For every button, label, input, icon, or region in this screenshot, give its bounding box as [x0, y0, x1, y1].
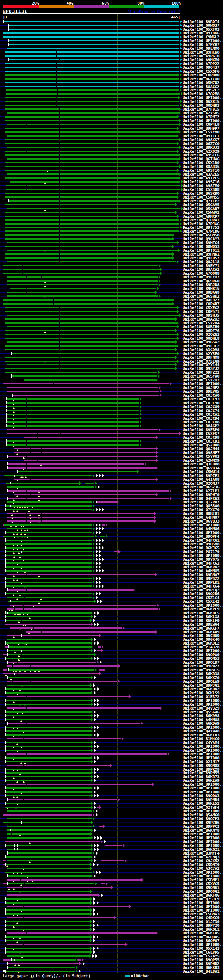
- hit-bar[interactable]: [5, 220, 179, 221]
- hit-bar[interactable]: [8, 967, 75, 968]
- hit-bar[interactable]: [14, 452, 156, 453]
- hit-bar[interactable]: [5, 120, 178, 121]
- hit-bar-segment[interactable]: [101, 883, 105, 885]
- hit-bar[interactable]: [5, 253, 172, 255]
- hit-bar[interactable]: [6, 951, 90, 953]
- hit-bar[interactable]: [6, 826, 92, 827]
- hit-bar[interactable]: [7, 681, 117, 682]
- hit-bar[interactable]: [6, 715, 91, 716]
- hit-bar[interactable]: [5, 51, 179, 53]
- hit-bar[interactable]: [5, 361, 176, 362]
- hit-bar[interactable]: [5, 63, 179, 64]
- hit-bar-segment[interactable]: [99, 826, 103, 827]
- hit-bar[interactable]: [24, 460, 156, 461]
- hit-bar[interactable]: [5, 238, 172, 240]
- hit-bar[interactable]: [9, 59, 180, 60]
- hit-bar[interactable]: [6, 818, 92, 819]
- hit-bar[interactable]: [6, 719, 91, 720]
- hit-bar[interactable]: [7, 173, 178, 175]
- hit-bar[interactable]: [6, 742, 91, 743]
- hit-bar[interactable]: [6, 757, 91, 759]
- hit-bar[interactable]: [7, 364, 175, 365]
- hit-bar-segment[interactable]: [85, 482, 95, 484]
- hit-bar[interactable]: [7, 410, 139, 411]
- hit-bar[interactable]: [5, 212, 175, 213]
- hit-bar-segment[interactable]: [101, 860, 124, 861]
- hit-bar[interactable]: [5, 192, 176, 194]
- hit-bar[interactable]: [6, 868, 90, 869]
- hit-bar[interactable]: [7, 250, 178, 251]
- hit-bar[interactable]: [3, 272, 159, 274]
- hit-bar[interactable]: [9, 646, 91, 648]
- hit-bar[interactable]: [9, 44, 180, 45]
- hit-bar[interactable]: [6, 528, 92, 530]
- hit-bar-segment[interactable]: [96, 807, 99, 808]
- hit-bar[interactable]: [6, 582, 92, 583]
- hit-bar[interactable]: [5, 101, 179, 102]
- hit-bar[interactable]: [7, 944, 125, 945]
- hit-bar[interactable]: [6, 486, 95, 488]
- hit-bar[interactable]: [7, 417, 139, 419]
- hit-bar[interactable]: [6, 700, 91, 701]
- hit-bar[interactable]: [6, 292, 155, 293]
- hit-bar[interactable]: [5, 216, 176, 217]
- hit-bar[interactable]: [5, 116, 176, 118]
- hit-bar[interactable]: [3, 383, 169, 385]
- hit-bar[interactable]: [7, 425, 139, 426]
- hit-bar[interactable]: [6, 482, 79, 484]
- hit-bar[interactable]: [6, 772, 91, 773]
- hit-bar[interactable]: [5, 196, 176, 198]
- hit-bar[interactable]: [5, 86, 179, 87]
- hit-bar[interactable]: [18, 471, 136, 473]
- hit-bar[interactable]: [6, 860, 91, 861]
- hit-bar[interactable]: [6, 574, 155, 575]
- hit-bar[interactable]: [7, 124, 178, 125]
- hit-bar[interactable]: [24, 379, 156, 381]
- hit-bar[interactable]: [6, 341, 175, 343]
- hit-bar[interactable]: [8, 490, 169, 492]
- hit-bar[interactable]: [6, 856, 91, 858]
- hit-bar[interactable]: [6, 948, 90, 949]
- hit-bar[interactable]: [10, 627, 123, 629]
- hit-bar[interactable]: [5, 234, 172, 236]
- hit-bar[interactable]: [6, 513, 154, 514]
- hit-bar[interactable]: [5, 357, 175, 358]
- hit-bar[interactable]: [6, 635, 99, 636]
- hit-bar[interactable]: [6, 570, 92, 571]
- hit-bar[interactable]: [6, 829, 91, 831]
- hit-bar[interactable]: [6, 639, 91, 640]
- hit-bar[interactable]: [5, 82, 179, 83]
- hit-bar[interactable]: [6, 509, 92, 510]
- hit-bar[interactable]: [6, 391, 159, 392]
- hit-bar[interactable]: [6, 692, 91, 694]
- hit-bar-segment[interactable]: [96, 501, 117, 503]
- hit-bar[interactable]: [8, 467, 156, 469]
- hit-bar[interactable]: [5, 368, 175, 369]
- hit-bar[interactable]: [10, 288, 156, 289]
- hit-bar[interactable]: [5, 372, 157, 373]
- hit-bar[interactable]: [12, 959, 76, 961]
- hit-bar[interactable]: [6, 932, 156, 934]
- hit-bar[interactable]: [7, 738, 121, 740]
- hit-bar[interactable]: [8, 589, 133, 591]
- hit-bar[interactable]: [6, 112, 179, 114]
- hit-bar[interactable]: [8, 456, 156, 457]
- hit-bar[interactable]: [13, 395, 159, 396]
- hit-bar[interactable]: [6, 768, 91, 770]
- hit-bar-segment[interactable]: [98, 646, 101, 648]
- hit-bar-segment[interactable]: [99, 669, 103, 671]
- hit-bar[interactable]: [6, 906, 129, 907]
- hit-bar[interactable]: [10, 181, 180, 183]
- hit-bar[interactable]: [9, 25, 180, 26]
- hit-bar[interactable]: [6, 563, 92, 564]
- hit-bar[interactable]: [6, 261, 176, 262]
- hit-bar[interactable]: [6, 93, 180, 95]
- hit-bar[interactable]: [8, 662, 96, 663]
- hit-bar[interactable]: [5, 807, 91, 808]
- hit-bar[interactable]: [5, 170, 176, 171]
- hit-bar[interactable]: [6, 708, 160, 709]
- hit-bar[interactable]: [6, 788, 91, 789]
- hit-bar[interactable]: [5, 345, 176, 347]
- hit-bar[interactable]: [6, 749, 91, 751]
- hit-bar[interactable]: [6, 208, 180, 209]
